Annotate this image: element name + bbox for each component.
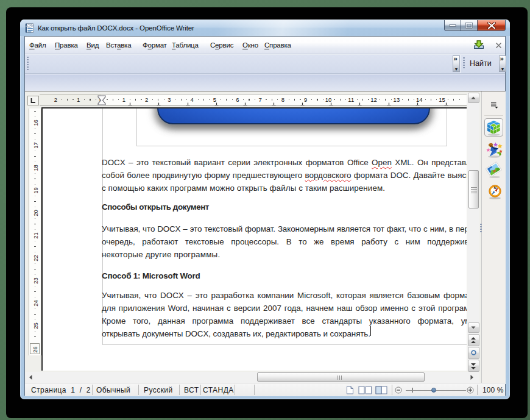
svg-text:N: N [493,185,496,190]
